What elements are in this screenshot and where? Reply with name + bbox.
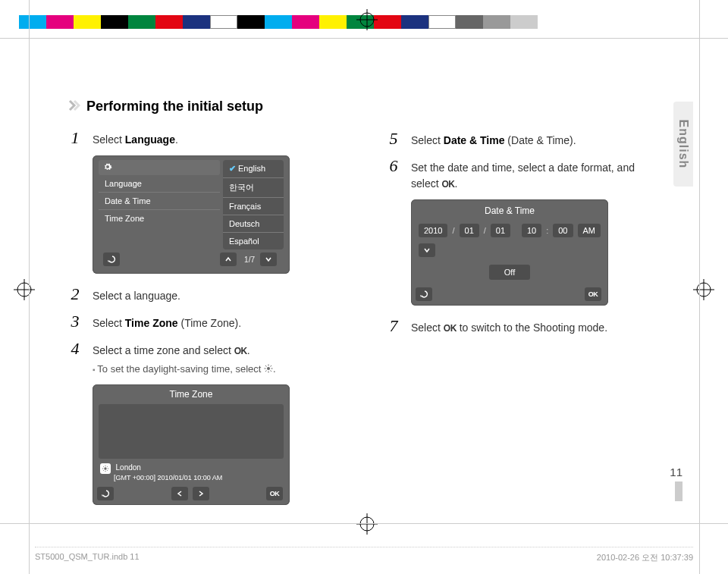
step-number: 1: [68, 128, 82, 148]
step-2: 2 Select a language.: [68, 284, 341, 304]
back-button[interactable]: [416, 287, 432, 301]
check-icon: ✔: [229, 164, 236, 173]
color-swatch: [428, 15, 456, 29]
chevron-right-icon: [198, 491, 204, 497]
color-swatch: [183, 15, 210, 29]
registration-mark-bottom: [356, 513, 378, 535]
chevron-down-icon: [265, 256, 271, 262]
step-text: Select Time Zone (Time Zone).: [93, 315, 341, 331]
minute-field[interactable]: 00: [553, 224, 573, 237]
svg-line-18: [271, 370, 272, 372]
value-down-button[interactable]: [419, 243, 435, 257]
menu-item-timezone[interactable]: Time Zone: [99, 209, 220, 227]
color-swatch: [265, 15, 292, 29]
step-text: Select a language.: [93, 288, 341, 304]
color-swatch: [128, 15, 155, 29]
step-number: 4: [68, 339, 82, 359]
world-map[interactable]: [99, 404, 284, 459]
step-7: 7 Select OK to switch to the Shooting mo…: [387, 316, 660, 336]
step-3: 3 Select Time Zone (Time Zone).: [68, 312, 341, 331]
step-text: Select Date & Time (Date & Time).: [411, 133, 660, 149]
back-icon: [101, 490, 110, 497]
timezone-title: Time Zone: [93, 384, 290, 404]
svg-line-27: [107, 470, 108, 471]
page-number: 11: [670, 466, 682, 478]
registration-mark-left: [14, 279, 35, 300]
color-swatch: [237, 15, 265, 29]
date-sep: /: [484, 226, 486, 235]
language-tab-label: English: [676, 120, 690, 169]
step-4: 4 Select a time zone and select OK. To s…: [68, 339, 341, 377]
svg-point-12: [267, 367, 270, 370]
steps-left: 1 Select Language.: [68, 128, 341, 148]
step-text: Select a time zone and select OK. To set…: [93, 343, 341, 377]
step-sub: To set the daylight-saving time, select …: [93, 362, 341, 377]
color-swatch-bar: [19, 15, 538, 29]
ok-button[interactable]: OK: [585, 287, 601, 301]
date-sep: /: [452, 226, 454, 235]
step-1: 1 Select Language.: [68, 128, 341, 148]
crop-line: [29, 0, 30, 574]
section-heading-wrap: Performing the initial setup: [68, 99, 341, 114]
back-button[interactable]: [97, 487, 114, 500]
color-swatch: [210, 15, 237, 29]
back-icon: [107, 256, 116, 263]
timezone-info: London [GMT +00:00] 2010/01/01 10:00 AM: [93, 463, 290, 484]
year-field[interactable]: 2010: [419, 224, 447, 237]
settings-header: [99, 160, 220, 175]
svg-line-17: [265, 365, 267, 367]
svg-line-26: [103, 466, 104, 467]
hour-field[interactable]: 10: [522, 224, 541, 237]
color-swatch: [46, 15, 74, 29]
lang-option-french[interactable]: Français: [223, 197, 284, 215]
step-5: 5 Select Date & Time (Date & Time).: [387, 129, 660, 149]
step-text: Select Language.: [93, 132, 341, 148]
timezone-city: London: [116, 464, 141, 472]
chevron-down-icon: [424, 247, 430, 253]
registration-mark-right: [693, 279, 714, 300]
chevron-left-icon: [177, 491, 183, 497]
crop-line: [699, 0, 700, 574]
menu-item-language[interactable]: Language: [99, 175, 220, 192]
svg-line-19: [265, 370, 267, 372]
ampm-field[interactable]: AM: [578, 224, 601, 237]
next-button[interactable]: [193, 487, 209, 500]
step-number: 2: [68, 284, 82, 304]
step-text: Select OK to switch to the Shooting mode…: [411, 320, 660, 336]
color-swatch: [456, 15, 483, 29]
right-column: 5 Select Date & Time (Date & Time). 6 Se…: [387, 99, 660, 516]
page-up-button[interactable]: [220, 252, 237, 266]
day-field[interactable]: 01: [491, 224, 510, 237]
prev-button[interactable]: [171, 487, 188, 500]
svg-line-29: [107, 466, 108, 467]
color-swatch: [292, 15, 319, 29]
color-swatch: [374, 15, 401, 29]
lang-option-spanish[interactable]: Español: [223, 232, 284, 249]
back-button[interactable]: [103, 252, 120, 266]
steps-left-2: 2 Select a language. 3 Select Time Zone …: [68, 284, 341, 377]
lang-option-korean[interactable]: 한국어: [223, 177, 284, 197]
timezone-gmt: [GMT +00:00] 2010/01/01 10:00 AM: [114, 474, 222, 481]
lang-option-english[interactable]: ✔English: [223, 160, 284, 177]
steps-right-2: 7 Select OK to switch to the Shooting mo…: [387, 316, 660, 336]
language-menu-panel: Language Date & Time Time Zone ✔English …: [93, 155, 290, 274]
date-format-row: Off: [411, 260, 608, 284]
language-tab: English: [673, 102, 693, 187]
page-down-button[interactable]: [260, 252, 277, 266]
crop-line: [0, 523, 728, 524]
lang-option-german[interactable]: Deutsch: [223, 215, 284, 232]
color-swatch: [101, 15, 128, 29]
crop-line: [0, 38, 728, 39]
registration-mark-top: [356, 9, 378, 30]
menu-item-datetime[interactable]: Date & Time: [99, 192, 220, 209]
step-number: 6: [387, 156, 400, 176]
date-format-value[interactable]: Off: [489, 265, 530, 280]
doc-footer-filename: ST5000_QSM_TUR.indb 11: [35, 552, 140, 563]
gear-icon: [103, 162, 115, 173]
datetime-row: 2010 / 01 / 01 10 : 00 AM: [411, 222, 608, 243]
step-6: 6 Set the date and time, select a date f…: [387, 156, 660, 192]
timezone-panel: Time Zone London [GMT +00:00] 2010/01/01…: [93, 384, 290, 505]
month-field[interactable]: 01: [460, 224, 479, 237]
time-sep: :: [546, 226, 548, 235]
ok-button[interactable]: OK: [266, 487, 283, 500]
